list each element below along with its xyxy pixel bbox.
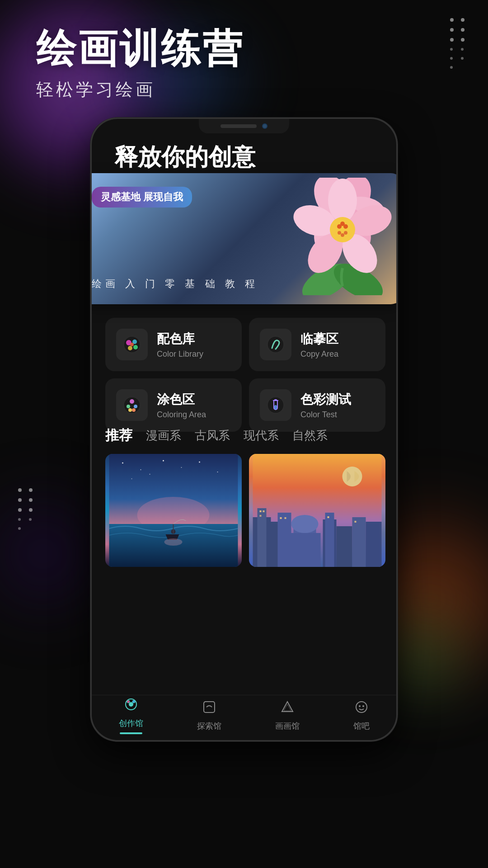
- app-title: 绘画训练营: [36, 27, 244, 71]
- svg-point-27: [130, 399, 134, 404]
- svg-rect-75: [204, 702, 215, 712]
- rec-image-city[interactable]: [249, 454, 385, 567]
- dot: [461, 57, 464, 60]
- color-test-texts: 色彩测试 Color Test: [300, 391, 351, 420]
- nav-create-label: 创作馆: [119, 718, 143, 729]
- nav-create[interactable]: 创作馆: [119, 697, 143, 734]
- tool-color-library[interactable]: 配色库 Color Library: [105, 318, 242, 371]
- svg-rect-65: [263, 510, 265, 512]
- svg-rect-66: [260, 515, 262, 517]
- color-library-en: Color Library: [157, 349, 203, 359]
- phone-mockup: 释放你的创意 灵感基地 展现自我 绘画 入 门 零 基 础 教 程: [90, 118, 398, 741]
- svg-point-72: [129, 702, 133, 707]
- tab-modern[interactable]: 现代系: [244, 428, 279, 443]
- app-subtitle: 轻松学习绘画: [36, 78, 244, 101]
- dot: [29, 518, 32, 521]
- svg-point-40: [181, 467, 182, 468]
- dot: [461, 18, 465, 22]
- nav-lounge-label: 馆吧: [353, 721, 370, 731]
- svg-point-7: [328, 179, 357, 222]
- banner-description: 绘画 入 门 零 基 础 教 程: [92, 277, 258, 291]
- recommend-images: [105, 454, 385, 567]
- copy-area-cn: 临摹区: [300, 330, 338, 348]
- tool-copy-area[interactable]: 临摹区 Copy Area: [249, 318, 385, 371]
- coloring-area-cn: 涂色区: [157, 391, 206, 408]
- color-library-icon: [116, 329, 148, 360]
- color-library-texts: 配色库 Color Library: [157, 330, 203, 359]
- dots-decoration-left: [18, 488, 33, 530]
- svg-rect-53: [258, 508, 267, 567]
- svg-rect-34: [274, 405, 277, 410]
- svg-point-74: [132, 700, 135, 703]
- nav-active-indicator: [120, 732, 142, 734]
- svg-point-24: [130, 343, 134, 346]
- dot: [450, 18, 454, 22]
- svg-point-31: [128, 408, 132, 412]
- coloring-area-icon: [116, 389, 148, 421]
- svg-rect-58: [289, 533, 321, 567]
- svg-point-18: [341, 233, 344, 237]
- recommend-section: 推荐 漫画系 古风系 现代系 自然系: [105, 426, 385, 567]
- tool-color-test[interactable]: 色彩测试 Color Test: [249, 378, 385, 432]
- svg-rect-68: [285, 517, 286, 519]
- recommend-tabs: 推荐 漫画系 古风系 现代系 自然系: [105, 426, 385, 445]
- banner-card[interactable]: 灵感基地 展现自我 绘画 入 门 零 基 础 教 程: [92, 173, 396, 304]
- svg-point-16: [338, 231, 341, 235]
- flower-illustration: [291, 178, 394, 295]
- svg-point-22: [133, 345, 138, 349]
- phone-notch: [199, 119, 289, 133]
- header: 绘画训练营 轻松学习绘画: [36, 27, 244, 101]
- phone-screen: 释放你的创意 灵感基地 展现自我 绘画 入 门 零 基 础 教 程: [92, 119, 396, 740]
- svg-point-37: [122, 462, 123, 464]
- rec-image-ocean[interactable]: [105, 454, 242, 567]
- dot: [18, 527, 21, 530]
- svg-point-51: [343, 467, 362, 486]
- svg-point-77: [359, 705, 361, 707]
- dot: [18, 518, 21, 521]
- svg-point-43: [131, 478, 132, 479]
- tool-coloring-area[interactable]: 涂色区 Coloring Area: [105, 378, 242, 432]
- dot: [29, 498, 33, 502]
- svg-rect-60: [325, 513, 334, 567]
- svg-rect-64: [260, 510, 262, 512]
- svg-point-28: [134, 405, 137, 408]
- dot: [461, 38, 465, 42]
- svg-point-42: [217, 472, 218, 472]
- svg-point-73: [127, 700, 130, 703]
- color-test-cn: 色彩测试: [300, 391, 351, 408]
- svg-rect-63: [366, 522, 382, 567]
- svg-point-38: [141, 469, 141, 470]
- explore-icon: [202, 700, 216, 718]
- dot: [450, 38, 454, 42]
- svg-point-30: [132, 408, 136, 412]
- svg-point-49: [164, 538, 183, 546]
- svg-point-41: [199, 462, 200, 463]
- nav-lounge[interactable]: 馆吧: [353, 700, 370, 731]
- front-camera: [262, 123, 267, 129]
- tab-manga[interactable]: 漫画系: [146, 428, 181, 443]
- draw-icon: [280, 700, 295, 718]
- dot: [450, 28, 454, 32]
- color-library-cn: 配色库: [157, 330, 203, 348]
- svg-rect-70: [355, 521, 357, 523]
- tab-nature[interactable]: 自然系: [292, 428, 328, 443]
- nav-explore[interactable]: 探索馆: [197, 700, 221, 731]
- lounge-icon: [354, 700, 369, 718]
- dot: [461, 48, 464, 51]
- coloring-area-texts: 涂色区 Coloring Area: [157, 391, 206, 420]
- nav-draw[interactable]: 画画馆: [275, 700, 300, 731]
- color-test-icon: [260, 389, 291, 421]
- dot: [450, 66, 453, 69]
- copy-area-icon: [260, 329, 291, 360]
- dot: [450, 48, 453, 51]
- bottom-navigation: 创作馆 探索馆: [92, 695, 396, 740]
- tab-ancient[interactable]: 古风系: [195, 428, 230, 443]
- svg-point-76: [356, 702, 367, 712]
- tab-recommend[interactable]: 推荐: [105, 426, 132, 445]
- svg-rect-67: [280, 517, 282, 519]
- svg-point-29: [127, 405, 130, 408]
- power-button: [396, 209, 398, 245]
- nav-draw-label: 画画馆: [275, 721, 300, 731]
- dot: [461, 28, 465, 32]
- svg-point-15: [340, 222, 345, 226]
